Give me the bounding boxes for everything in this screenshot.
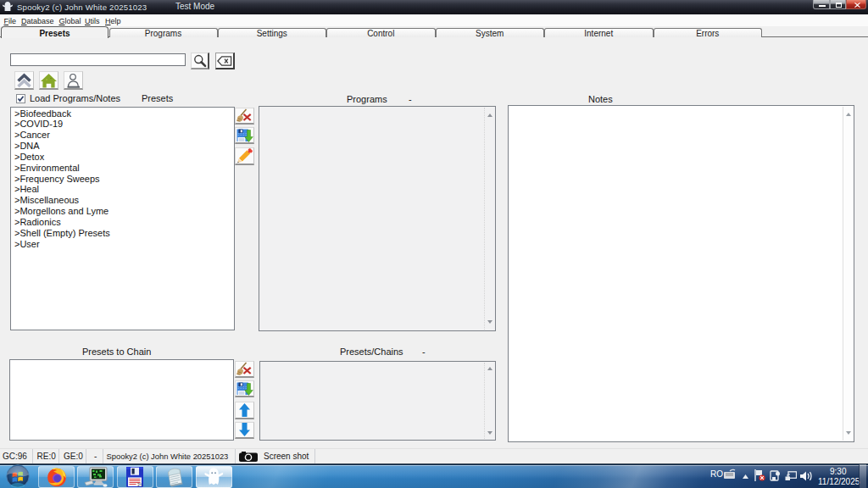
- svg-text:3½: 3½: [137, 481, 143, 486]
